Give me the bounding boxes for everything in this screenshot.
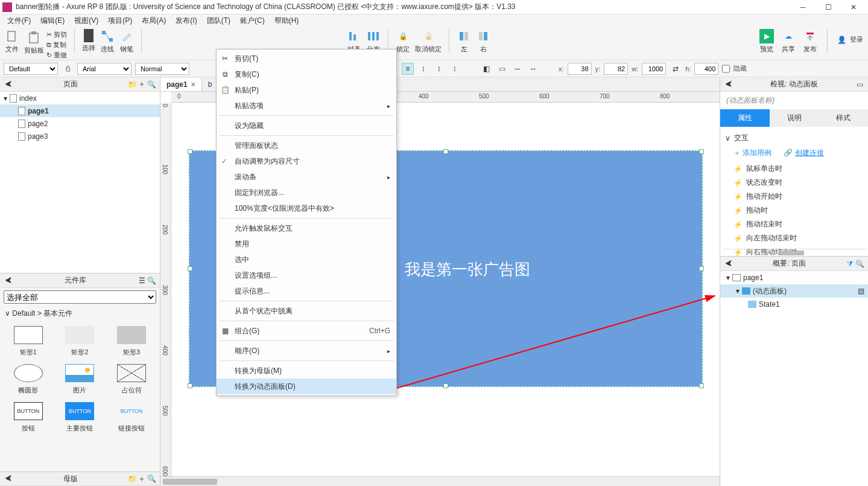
x-input[interactable]	[568, 63, 592, 75]
filter-icon[interactable]: ⧩	[845, 259, 855, 269]
widget-name-input[interactable]: (动态面板名称)	[720, 92, 868, 109]
ctx-从首个状态中脱离[interactable]: 从首个状态中脱离	[217, 303, 396, 319]
h-input[interactable]	[694, 63, 718, 75]
menu-view[interactable]: 视图(V)	[71, 14, 102, 27]
ctx-允许触发鼠标交互[interactable]: 允许触发鼠标交互	[217, 220, 396, 236]
tab-notes[interactable]: 说明	[770, 109, 819, 127]
menu-edit[interactable]: 编辑(E)	[37, 14, 68, 27]
menu-publish[interactable]: 发布(I)	[172, 14, 200, 27]
ctx-粘贴(P)[interactable]: 📋粘贴(P)	[217, 82, 396, 98]
toolbar-select[interactable]: 选择	[82, 29, 95, 53]
widget-ellipse[interactable]: 椭圆形	[5, 364, 52, 395]
page-icon[interactable]: ▭	[855, 80, 864, 89]
weight-select[interactable]: Normal	[135, 63, 189, 75]
ruler-vertical[interactable]: 0100200300400500600	[160, 103, 171, 476]
ctx-管理面板状态[interactable]: 管理面板状态	[217, 138, 396, 153]
widget-rect2[interactable]: 矩形2	[57, 326, 104, 357]
valign-top-icon[interactable]: ⫶	[417, 63, 429, 75]
widget-rect3[interactable]: 矩形3	[108, 326, 155, 357]
event-鼠标单击时[interactable]: ⚡鼠标单击时	[725, 162, 863, 176]
outline-page1[interactable]: ▾page1	[720, 271, 868, 284]
toolbar-clipboard-big[interactable]: 剪贴板	[24, 30, 44, 55]
ctx-粘贴选项[interactable]: 粘贴选项▸	[217, 98, 396, 114]
ctx-禁用[interactable]: 禁用	[217, 236, 396, 252]
collapse-icon[interactable]: ⮜	[724, 259, 733, 269]
widget-ph[interactable]: 占位符	[108, 364, 155, 395]
add-master-icon[interactable]: ＋	[137, 474, 147, 484]
collapse-icon[interactable]: ⮜	[4, 474, 13, 484]
line-icon[interactable]: ─	[512, 63, 524, 75]
fill-icon[interactable]: ◧	[480, 63, 492, 75]
y-input[interactable]	[604, 63, 628, 75]
ctx-选中[interactable]: 选中	[217, 252, 396, 267]
toolbar-lock[interactable]: 🔒 锁定	[396, 29, 410, 54]
tab-style[interactable]: 样式	[819, 109, 868, 127]
ctx-组合(G)[interactable]: ▦组合(G)Ctrl+G	[217, 323, 396, 339]
event-拖动开始时[interactable]: ⚡拖动开始时	[725, 190, 863, 203]
toolbar-publish[interactable]: 发布	[803, 29, 817, 54]
toolbar-pen[interactable]: 钢笔	[119, 29, 134, 54]
event-拖动时[interactable]: ⚡拖动时	[725, 203, 863, 217]
add-page-icon[interactable]: ＋	[137, 80, 147, 89]
search-icon[interactable]: 🔍	[147, 474, 156, 484]
border-icon[interactable]: ▭	[496, 63, 508, 75]
style-manager-icon[interactable]: ⎙	[62, 63, 74, 75]
valign-mid-icon[interactable]: ⫶	[433, 63, 445, 75]
page-node-page1[interactable]: page1	[0, 104, 160, 117]
ctx-滚动条[interactable]: 滚动条▸	[217, 169, 396, 185]
menu-help[interactable]: 帮助(H)	[271, 14, 303, 27]
menu-file[interactable]: 文件(F)	[4, 14, 34, 27]
close-button[interactable]: ✕	[841, 1, 866, 14]
toolbar-file[interactable]: 文件	[5, 29, 19, 54]
style-select[interactable]: Default	[4, 63, 58, 75]
toolbar-share[interactable]: ☁ 共享	[781, 29, 796, 54]
menu-account[interactable]: 账户(C)	[236, 14, 268, 27]
add-folder-icon[interactable]: 📁	[127, 474, 137, 484]
valign-bot-icon[interactable]: ⫶	[449, 63, 461, 75]
widgets-breadcrumb[interactable]: ∨ Default > 基本元件	[0, 306, 160, 321]
toolbar-cut[interactable]: ✂ 剪切	[46, 30, 67, 39]
outline-(动态面板)[interactable]: ▾(动态面板)▤	[720, 284, 868, 298]
search-icon[interactable]: 🔍	[147, 80, 156, 89]
maximize-button[interactable]: ☐	[816, 1, 840, 14]
outline-State1[interactable]: State1	[720, 298, 868, 311]
page-node-page3[interactable]: page3	[0, 130, 160, 142]
toolbar-unlock[interactable]: 🔓 取消锁定	[415, 29, 442, 54]
toolbar-right[interactable]: 右	[476, 29, 490, 54]
widget-rect1[interactable]: 矩形1	[5, 326, 52, 357]
ctx-转换为母版(M)[interactable]: 转换为母版(M)	[217, 363, 396, 379]
create-link-link[interactable]: 🔗 创建连接	[784, 148, 823, 158]
hidden-checkbox[interactable]	[722, 63, 730, 75]
ctx-顺序(O)[interactable]: 顺序(O)▸	[217, 343, 396, 359]
lock-wh-icon[interactable]: ⇄	[670, 63, 682, 75]
toolbar-login[interactable]: 👤 登录	[837, 29, 863, 44]
search-icon[interactable]: 🔍	[855, 259, 864, 269]
search-icon[interactable]: 🔍	[147, 276, 156, 286]
event-状态改变时[interactable]: ⚡状态改变时	[725, 176, 863, 190]
menu-icon[interactable]: ☰	[137, 276, 147, 286]
ctx-复制(C)[interactable]: ⧉复制(C)	[217, 66, 396, 82]
menu-team[interactable]: 团队(T)	[203, 14, 234, 27]
minimize-button[interactable]: ─	[791, 1, 815, 14]
widget-img[interactable]: 图片	[57, 364, 104, 395]
ctx-100%宽度<仅限浏览器中有效>[interactable]: 100%宽度<仅限浏览器中有效>	[217, 200, 396, 216]
add-folder-icon[interactable]: 📁	[127, 80, 137, 89]
align-left-icon[interactable]: ≡	[402, 63, 414, 75]
ctx-剪切(T)[interactable]: ✂剪切(T)	[217, 51, 396, 66]
toolbar-left[interactable]: 左	[457, 29, 471, 54]
ctx-转换为动态面板(D)[interactable]: 转换为动态面板(D)	[217, 379, 396, 394]
collapse-icon[interactable]: ⮜	[4, 80, 13, 89]
font-select[interactable]: Arial	[77, 63, 131, 75]
ctx-设置选项组...[interactable]: 设置选项组...	[217, 267, 396, 283]
page-node-page2[interactable]: page2	[0, 117, 160, 130]
widgets-select[interactable]: 选择全部	[4, 290, 156, 304]
toolbar-preview[interactable]: ▶ 预览	[759, 29, 774, 54]
collapse-icon[interactable]: ⮜	[724, 80, 733, 89]
widget-btn2[interactable]: BUTTON主要按钮	[57, 402, 104, 433]
menu-project[interactable]: 项目(P)	[104, 14, 136, 27]
arrow-icon[interactable]: ↔	[527, 63, 539, 75]
ctx-设为隐藏[interactable]: 设为隐藏	[217, 118, 396, 133]
collapse-icon[interactable]: ⮜	[4, 276, 13, 286]
ctx-固定到浏览器...[interactable]: 固定到浏览器...	[217, 185, 396, 200]
ctx-自动调整为内容尺寸[interactable]: ✓自动调整为内容尺寸	[217, 153, 396, 169]
